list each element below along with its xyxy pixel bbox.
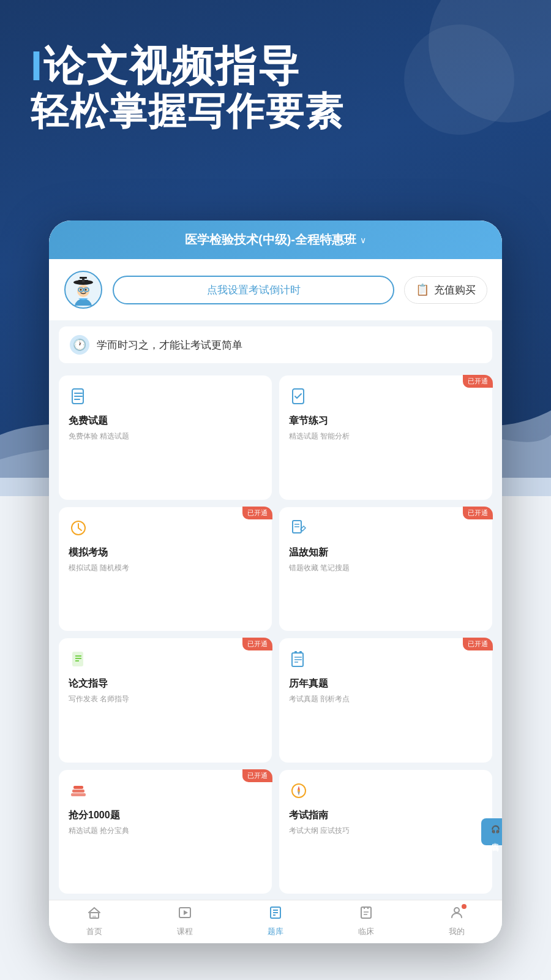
countdown-button[interactable]: 点我设置考试倒计时 bbox=[113, 276, 394, 304]
badge-grab-score: 已开通 bbox=[242, 769, 272, 782]
clock-icon: 🕐 bbox=[70, 335, 89, 355]
icon-mock-exam bbox=[69, 518, 91, 540]
svg-marker-42 bbox=[184, 910, 188, 915]
nav-item-course[interactable]: 课程 bbox=[140, 905, 230, 937]
card-paper-guide[interactable]: 已开通 论文指导 写作发表 名师指导 bbox=[59, 638, 272, 763]
bottom-nav: 首页 课程 题库 临床 我的 bbox=[49, 900, 502, 943]
card-review[interactable]: 已开通 温故知新 错题收藏 笔记搜题 bbox=[279, 507, 492, 631]
icon-history-questions bbox=[289, 649, 311, 671]
card-desc-review: 错题收藏 笔记搜题 bbox=[289, 563, 482, 573]
svg-rect-47 bbox=[361, 907, 371, 918]
card-title-grab-score: 抢分1000题 bbox=[69, 809, 262, 822]
svg-rect-27 bbox=[294, 651, 297, 653]
card-desc-grab-score: 精选试题 抢分宝典 bbox=[69, 826, 262, 836]
app-header[interactable]: 医学检验技术(中级)-全程特惠班 ∨ bbox=[49, 221, 502, 259]
nav-item-home[interactable]: 首页 bbox=[49, 905, 140, 937]
nav-item-clinical[interactable]: 临床 bbox=[321, 905, 411, 937]
card-exam-guide[interactable]: 考试指南 考试大纲 应试技巧 bbox=[279, 770, 492, 894]
recharge-icon: 📋 bbox=[416, 283, 429, 296]
motto-row: 🕐 学而时习之，才能让考试更简单 bbox=[59, 326, 492, 363]
svg-marker-37 bbox=[298, 786, 300, 790]
svg-rect-32 bbox=[71, 793, 86, 796]
card-desc-paper-guide: 写作发表 名师指导 bbox=[69, 694, 262, 704]
icon-paper-guide bbox=[69, 649, 91, 671]
svg-rect-4 bbox=[80, 277, 87, 279]
card-desc-mock-exam: 模拟试题 随机模考 bbox=[69, 563, 262, 573]
card-desc-exam-guide: 考试大纲 应试技巧 bbox=[289, 826, 482, 836]
app-header-title: 医学检验技术(中级)-全程特惠班 bbox=[185, 232, 356, 248]
nav-icon-course bbox=[178, 905, 192, 924]
nav-label-questions: 题库 bbox=[268, 926, 283, 937]
online-chat-label: 在线咨询 bbox=[491, 837, 500, 839]
svg-marker-38 bbox=[298, 791, 300, 796]
icon-free-questions bbox=[69, 386, 91, 409]
avatar bbox=[64, 270, 103, 309]
online-chat-button[interactable]: 🎧 在线咨询 bbox=[481, 818, 502, 845]
recharge-label: 充值购买 bbox=[434, 283, 476, 297]
device-mockup: 医学检验技术(中级)-全程特惠班 ∨ bbox=[49, 221, 502, 943]
card-chapter-practice[interactable]: 已开通 章节练习 精选试题 智能分析 bbox=[279, 375, 492, 500]
svg-rect-22 bbox=[73, 652, 83, 666]
svg-rect-33 bbox=[72, 790, 84, 793]
icon-grab-score bbox=[69, 781, 91, 803]
card-grab-score[interactable]: 已开通 抢分1000题 精选试题 抢分宝典 bbox=[59, 770, 272, 894]
nav-label-course: 课程 bbox=[177, 926, 193, 937]
card-desc-free-questions: 免费体验 精选试题 bbox=[69, 431, 262, 442]
nav-label-mine: 我的 bbox=[449, 926, 465, 937]
motto-text: 学而时习之，才能让考试更简单 bbox=[97, 338, 242, 352]
app-content: 医学检验技术(中级)-全程特惠班 ∨ bbox=[49, 221, 502, 943]
card-history-questions[interactable]: 已开通 历年真题 考试真题 剖析考点 bbox=[279, 638, 492, 763]
svg-rect-28 bbox=[299, 651, 302, 653]
svg-point-52 bbox=[454, 908, 459, 913]
profile-row: 点我设置考试倒计时 📋 充值购买 bbox=[49, 259, 502, 320]
card-title-chapter-practice: 章节练习 bbox=[289, 415, 482, 428]
recharge-button[interactable]: 📋 充值购买 bbox=[404, 276, 487, 304]
nav-icon-home bbox=[87, 905, 102, 924]
nav-icon-mine bbox=[449, 905, 464, 924]
svg-line-18 bbox=[78, 528, 81, 530]
headset-icon: 🎧 bbox=[491, 824, 500, 834]
icon-exam-guide bbox=[289, 781, 311, 803]
badge-history-questions: 已开通 bbox=[463, 638, 493, 650]
card-title-review: 温故知新 bbox=[289, 546, 482, 559]
nav-item-mine[interactable]: 我的 bbox=[411, 905, 502, 937]
svg-rect-3 bbox=[82, 279, 84, 282]
card-title-free-questions: 免费试题 bbox=[69, 415, 262, 428]
cards-grid: 免费试题 免费体验 精选试题 已开通 章节练习 精选试题 智能分析 已开通 模拟… bbox=[49, 369, 502, 900]
svg-point-6 bbox=[80, 289, 82, 291]
icon-review bbox=[289, 518, 311, 540]
card-title-mock-exam: 模拟考场 bbox=[69, 546, 262, 559]
card-title-history-questions: 历年真题 bbox=[289, 677, 482, 690]
hero-section: I论文视频指导 轻松掌握写作要素 bbox=[31, 43, 520, 134]
card-desc-history-questions: 考试真题 剖析考点 bbox=[289, 694, 482, 704]
nav-item-questions[interactable]: 题库 bbox=[230, 905, 321, 937]
icon-chapter-practice bbox=[289, 386, 311, 409]
card-free-questions[interactable]: 免费试题 免费体验 精选试题 bbox=[59, 375, 272, 500]
svg-rect-40 bbox=[92, 916, 96, 918]
svg-rect-34 bbox=[73, 786, 83, 789]
nav-icon-questions bbox=[268, 905, 283, 924]
dropdown-arrow-icon: ∨ bbox=[360, 235, 366, 245]
nav-label-clinical: 临床 bbox=[358, 926, 374, 937]
card-title-exam-guide: 考试指南 bbox=[289, 809, 482, 822]
badge-chapter-practice: 已开通 bbox=[463, 375, 493, 388]
hero-line1: I论文视频指导 bbox=[31, 43, 520, 89]
svg-point-7 bbox=[85, 289, 87, 291]
badge-mock-exam: 已开通 bbox=[242, 507, 272, 519]
card-title-paper-guide: 论文指导 bbox=[69, 677, 262, 690]
badge-paper-guide: 已开通 bbox=[242, 638, 272, 650]
card-desc-chapter-practice: 精选试题 智能分析 bbox=[289, 431, 482, 442]
badge-review: 已开通 bbox=[463, 507, 493, 519]
card-mock-exam[interactable]: 已开通 模拟考场 模拟试题 随机模考 bbox=[59, 507, 272, 631]
nav-label-home: 首页 bbox=[86, 926, 102, 937]
nav-icon-clinical bbox=[359, 905, 373, 924]
hero-line2: 轻松掌握写作要素 bbox=[31, 89, 520, 134]
hero-accent: I bbox=[31, 42, 43, 89]
